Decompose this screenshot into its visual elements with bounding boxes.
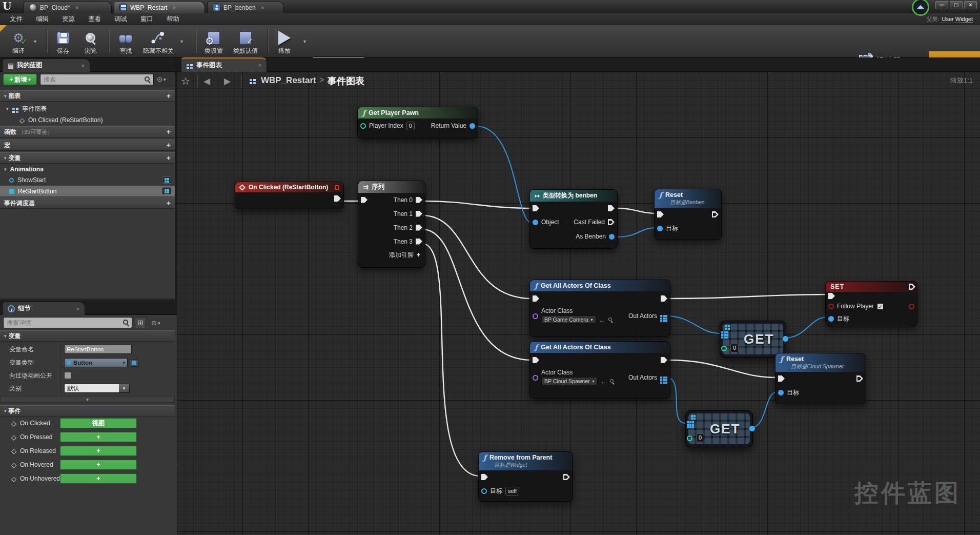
pin-cast-failed[interactable] [608, 219, 615, 225]
pin-exec-in[interactable] [533, 357, 539, 363]
pin-target[interactable] [657, 226, 663, 231]
pin-then-1[interactable] [416, 211, 422, 217]
class-defaults-button[interactable]: 类默认值 [230, 27, 261, 55]
restartbotton-visibility-toggle[interactable] [162, 187, 171, 194]
section-graphs[interactable]: ▾ 图表 + [0, 90, 175, 102]
browse-asset-icon[interactable] [608, 318, 614, 323]
add-variable-button[interactable]: + [167, 154, 171, 162]
section-variable[interactable]: ▾ 变量 [0, 330, 175, 342]
pin-exec-out[interactable] [661, 295, 667, 302]
details-search-input[interactable] [4, 319, 123, 326]
property-matrix-button[interactable]: ⊞ [135, 317, 146, 328]
pin-follow-player-in[interactable] [828, 304, 834, 309]
section-functions[interactable]: 函数 （39可覆盖） + [0, 126, 175, 137]
menu-debug[interactable]: 调试 [110, 15, 132, 24]
node-remove-from-parent[interactable]: ƒ Remove from Parent 目标是Widget 目标 self [478, 451, 573, 502]
close-icon[interactable]: × [173, 5, 176, 11]
hide-unrelated-button[interactable]: 隐藏不相关 [140, 27, 176, 55]
showstart-visibility-toggle[interactable] [162, 176, 171, 184]
category-animations[interactable]: ▾ Animations [4, 164, 44, 174]
asset-tab-wbp-restart[interactable]: WBP_Restart × [114, 1, 205, 13]
pin-follow-player-out[interactable] [909, 304, 914, 309]
pin-exec-out[interactable] [856, 375, 863, 382]
minimize-button[interactable]: — [935, 1, 948, 9]
section-macros[interactable]: 宏 + [0, 140, 175, 151]
asset-tab-bp-benben[interactable]: BP_benben × [207, 1, 284, 13]
pin-exec-out[interactable] [909, 284, 915, 290]
node-get-array-camera[interactable]: 0 GET [720, 321, 786, 358]
play-options-caret-icon[interactable]: ▾ [303, 38, 306, 44]
event-graph-canvas[interactable]: ☆ ◀ ▶ WBP_Restart > 事件图表 缩放1:1 控件蓝图 [177, 72, 980, 535]
pin-exec-out[interactable] [608, 205, 615, 211]
pin-exec-in[interactable] [828, 293, 835, 299]
node-set-follow-player[interactable]: SET Follow Player ✓ 目标 [825, 281, 917, 326]
event-add-button[interactable]: + [60, 460, 137, 470]
target-self-value[interactable]: self [505, 487, 519, 496]
add-function-button[interactable]: + [167, 128, 171, 136]
pin-actor-class[interactable] [533, 313, 538, 319]
pin-exec-out[interactable] [712, 211, 719, 217]
section-events[interactable]: ▾ 事件 [0, 405, 175, 417]
pin-actor-class[interactable] [533, 375, 538, 381]
save-button[interactable]: 保存 [50, 27, 76, 55]
node-cast-to-benben[interactable]: ↦ 类型转换为 benben Object Cast Failed As Ben… [529, 189, 618, 249]
pin-out-actors[interactable] [660, 315, 662, 317]
tab-my-blueprint[interactable]: ▤ 我的蓝图 × [2, 58, 90, 72]
play-button[interactable]: 播放 [271, 27, 298, 55]
use-selected-icon[interactable]: ← [599, 316, 605, 324]
menu-view[interactable]: 查看 [84, 15, 106, 24]
index-value[interactable]: 0 [696, 433, 704, 442]
pin-then-3[interactable] [416, 239, 422, 245]
node-get-player-pawn[interactable]: ƒ Get Player Pawn Player Index 0 Return … [357, 107, 478, 138]
category-dropdown[interactable]: 默认 ▾ [64, 384, 130, 393]
node-get-all-actors-cloud[interactable]: ƒ Get All Actors Of Class Actor Class BP… [529, 341, 670, 399]
tab-details[interactable]: i 细节 × [2, 302, 85, 315]
add-graph-button[interactable]: + [167, 92, 171, 100]
event-view-button[interactable]: 视图 [60, 418, 137, 428]
asset-tab-bp-cloud[interactable]: BP_Cloud* × [24, 1, 112, 13]
use-selected-icon[interactable]: ← [601, 378, 607, 385]
menu-window[interactable]: 窗口 [136, 15, 158, 24]
section-dispatchers[interactable]: 事件调度器 + [0, 197, 175, 209]
pin-then-0[interactable] [416, 197, 422, 203]
class-settings-button[interactable]: 类设置 [200, 27, 228, 55]
pin-return-value[interactable] [469, 123, 475, 129]
event-add-button[interactable]: + [60, 432, 137, 442]
expose-checkbox[interactable] [64, 372, 71, 379]
node-get-all-actors-camera[interactable]: ƒ Get All Actors Of Class Actor Class BP… [529, 280, 670, 337]
node-sequence[interactable]: ⇉ 序列 Then 0 Then 1 Then 2 Then 3 添加引脚+ [358, 181, 425, 268]
details-expander[interactable]: ▾ [0, 396, 175, 403]
close-icon[interactable]: × [261, 5, 264, 11]
pin-target[interactable] [778, 390, 784, 395]
add-pin-button[interactable]: 添加引脚+ [389, 251, 420, 260]
menu-file[interactable]: 文件 [5, 15, 27, 24]
details-search[interactable] [3, 317, 132, 328]
tab-event-graph[interactable]: 事件图表 × [181, 57, 267, 72]
browse-button[interactable]: 浏览 [78, 27, 104, 55]
pin-exec-out[interactable] [661, 357, 667, 363]
section-variables[interactable]: ▾ 变量 + [0, 152, 175, 164]
restore-button[interactable]: ▢ [950, 1, 963, 9]
search-input[interactable] [40, 76, 145, 83]
pin-exec-in[interactable] [533, 205, 539, 211]
node-reset-cloud-spawner[interactable]: ƒ Reset 目标是Cloud Spawner 目标 [775, 353, 866, 404]
follow-player-checkbox[interactable]: ✓ [877, 303, 884, 310]
pin-array-in[interactable] [721, 331, 723, 333]
list-item-event-graph[interactable]: ▾ 事件图表 [6, 104, 47, 114]
pin-exec-in[interactable] [778, 375, 785, 382]
list-item-restartbotton[interactable]: ReStartBotton [0, 186, 175, 196]
close-icon[interactable]: × [76, 306, 79, 312]
pin-index[interactable] [721, 346, 727, 351]
actor-class-dropdown[interactable]: BP Cloud Spawner ▾ [541, 377, 598, 385]
close-icon[interactable]: × [75, 5, 78, 11]
parent-class-value[interactable]: User Widget [942, 16, 973, 23]
add-macro-button[interactable]: + [167, 141, 171, 149]
pin-exec-out[interactable] [563, 474, 570, 480]
compile-button[interactable]: ⚙✓ 编译 [5, 27, 32, 55]
event-add-button[interactable]: + [60, 473, 137, 484]
list-item-showstart[interactable]: ShowStart [9, 175, 46, 185]
add-dispatcher-button[interactable]: + [167, 199, 171, 207]
close-icon[interactable]: × [258, 62, 261, 68]
pin-exec-in[interactable] [657, 211, 664, 217]
pin-then-2[interactable] [416, 225, 422, 231]
